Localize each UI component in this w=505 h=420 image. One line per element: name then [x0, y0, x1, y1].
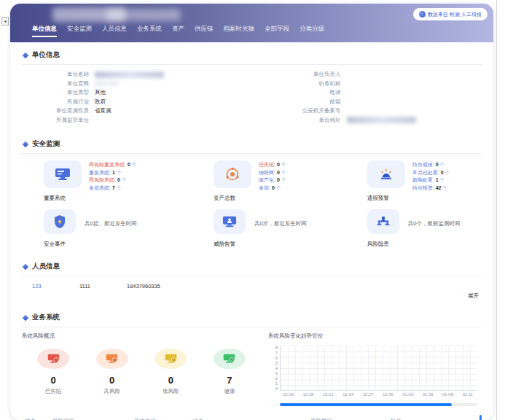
data-source-icon — [419, 11, 426, 18]
table-scrollbar-thumb[interactable] — [479, 415, 482, 420]
business-systems-heading: 业务系统 — [32, 313, 60, 322]
page: ◂ 数据来自 检测·人工填报 单位信息 安全监测 人员信息 业务系统 资产 供应… — [0, 0, 505, 420]
monitor-icon — [44, 160, 82, 188]
field-value: 政府 — [95, 98, 106, 106]
redacted-value — [95, 81, 118, 86]
shield-icon — [44, 209, 76, 234]
stat-value: 0 — [148, 375, 193, 386]
card-label: 安全事件 — [44, 241, 66, 248]
card-threat-alerts: 威胁告警 共0次，最近发生时间 — [192, 209, 354, 248]
field-label: 单位负责人 — [252, 71, 347, 78]
monitor-alert-icon — [214, 209, 246, 234]
chart-y-ticks: 876543210 — [268, 346, 280, 391]
stat-low-risk: ! 0 低风险 — [148, 349, 193, 395]
tab-unit-info[interactable]: 单位信息 — [32, 25, 57, 37]
stat-label: 低风险 — [148, 388, 193, 395]
tab-archive-timeline[interactable]: 档案时光轴 — [224, 25, 255, 37]
stat-healthy: 7 健康 — [207, 349, 252, 395]
card-stats: 待办通报0个 本月已处置0个 超期处置1个 待办预警42个 — [412, 160, 450, 202]
risk-overview-stats: ! 0 已失陷 ! 0 高风险 — [22, 344, 262, 395]
x-tick-label: 01.08 — [442, 392, 453, 397]
event-summary: 共0起，最近发生时间 — [85, 220, 137, 228]
page-right-border — [496, 0, 497, 420]
redacted-org-name-2 — [106, 9, 181, 21]
section-title-security-monitor: 安全监测 — [22, 131, 482, 153]
unit-info-heading: 单位信息 — [32, 50, 60, 60]
section-title-business-systems: 业务系统 — [22, 305, 482, 327]
col-risk-level: 风险等级 — [50, 413, 131, 420]
card-important-systems: 重要系统 高风险重要系统0个 重要系统1个 高风险系统0个 全部系统7个 — [22, 158, 192, 205]
card-asset-total: 资产总数 已失陷0个 物联网0个 国产化0个 全部0个 — [192, 158, 354, 205]
risk-overview-title: 系统风险概况 — [22, 330, 262, 344]
chart-plot-area — [280, 346, 477, 391]
main-card: 数据来自 检测·人工填报 单位信息 安全监测 人员信息 业务系统 资产 供应链 … — [10, 4, 493, 420]
x-tick-label: 12.18 — [302, 392, 313, 397]
collapse-arrow-button[interactable]: ◂ — [1, 17, 9, 26]
y-tick-label: 6 — [268, 356, 278, 360]
stat-value: 0 — [31, 375, 76, 386]
y-tick-label: 3 — [268, 371, 278, 376]
unit-info-form: 单位名称 单位官网 单位类型其他 所属行业政府 单位直属性质省直属 所属监管单位… — [22, 65, 482, 131]
x-tick-label: 12.24 — [342, 392, 353, 397]
tab-supply-chain[interactable]: 供应链 — [195, 25, 214, 37]
field-label: 单位类型 — [22, 89, 95, 96]
y-tick-label: 7 — [268, 351, 278, 355]
y-tick-label: 0 — [268, 386, 278, 391]
col-rank: 排名 — [22, 413, 50, 420]
tab-security-monitor[interactable]: 安全监测 — [67, 25, 92, 37]
card-label: 重要系统 — [44, 195, 66, 202]
field-label: 所属行业 — [22, 98, 95, 106]
chart-scrollbar-thumb[interactable] — [280, 403, 452, 406]
field-value: 其他 — [95, 89, 106, 96]
field-label: 职务职称 — [252, 80, 347, 88]
field-label: 单位地址 — [252, 117, 347, 124]
monitor-risk-icon: ! — [154, 349, 187, 369]
event-summary: 共0个，最新监测时间 — [408, 220, 461, 228]
card-risk-hazards: 风险隐患 共0个，最新监测时间 — [354, 209, 482, 248]
expand-toggle[interactable]: 展开 — [22, 290, 482, 305]
x-tick-label: 01.11 — [462, 392, 473, 397]
card-stats: 已失陷0个 物联网0个 国产化0个 全部0个 — [259, 160, 286, 202]
chart-x-ticks: 12.1512.1812.2112.2412.2712.3001.0201.05… — [280, 391, 477, 397]
tab-classification[interactable]: 分类分级 — [300, 25, 324, 37]
systems-table: 排名 风险等级 系统名称 域名 风险概况 操作 1 健康 系统0000 — [22, 413, 477, 420]
stat-high-risk: ! 0 高风险 — [90, 349, 135, 395]
personnel-row: 123 1111 18437960335 — [22, 276, 482, 290]
field-label: 公安机关备案号 — [252, 107, 347, 114]
x-tick-label: 12.30 — [383, 392, 394, 397]
monitor-healthy-icon — [214, 349, 246, 369]
col-actions: 操作 — [388, 413, 477, 420]
tab-assets[interactable]: 资产 — [172, 25, 184, 37]
stat-label: 已失陷 — [31, 388, 76, 395]
y-tick-label: 8 — [268, 346, 278, 350]
card-security-events: 安全事件 共0起，最近发生时间 — [22, 209, 192, 248]
card-notify-warning: 通报预警 待办通报0个 本月已处置0个 超期处置1个 待办预警42个 — [354, 158, 482, 205]
monitor-event-cards: 安全事件 共0起，最近发生时间 威胁告警 共0次，最近发生时间 — [22, 206, 482, 254]
tab-personnel-info[interactable]: 人员信息 — [102, 25, 127, 37]
event-summary: 共0次，最近发生时间 — [254, 220, 307, 228]
field-label: 单位官网 — [22, 80, 95, 88]
data-source-label: 数据来自 检测·人工填报 — [428, 11, 482, 18]
redacted-value — [95, 71, 164, 78]
siren-icon — [367, 160, 405, 188]
y-tick-label: 2 — [268, 376, 278, 381]
table-header-row: 排名 风险等级 系统名称 域名 风险概况 操作 — [22, 413, 477, 420]
x-tick-label: 12.15 — [283, 392, 294, 397]
col-risk-summary: 风险概况 — [308, 413, 388, 420]
tab-business-systems[interactable]: 业务系统 — [137, 25, 162, 37]
tab-all-fields[interactable]: 全部字段 — [265, 25, 289, 37]
line-chart: 876543210 — [268, 346, 477, 391]
x-tick-label: 12.21 — [323, 392, 334, 397]
personnel-heading: 人员信息 — [32, 262, 60, 271]
security-monitor-heading: 安全监测 — [32, 139, 60, 149]
person-name-link[interactable]: 123 — [32, 283, 79, 289]
y-tick-label: 5 — [268, 361, 278, 365]
monitor-stat-cards: 重要系统 高风险重要系统0个 重要系统1个 高风险系统0个 全部系统7个 — [22, 154, 482, 206]
data-source-button[interactable]: 数据来自 检测·人工填报 — [413, 8, 488, 20]
card-label: 资产总数 — [214, 195, 235, 202]
monitor-risk-icon: ! — [96, 349, 128, 369]
stat-label: 高风险 — [90, 388, 135, 395]
radar-icon — [214, 160, 251, 188]
y-tick-label: 4 — [268, 366, 278, 370]
diamond-icon — [23, 52, 28, 58]
